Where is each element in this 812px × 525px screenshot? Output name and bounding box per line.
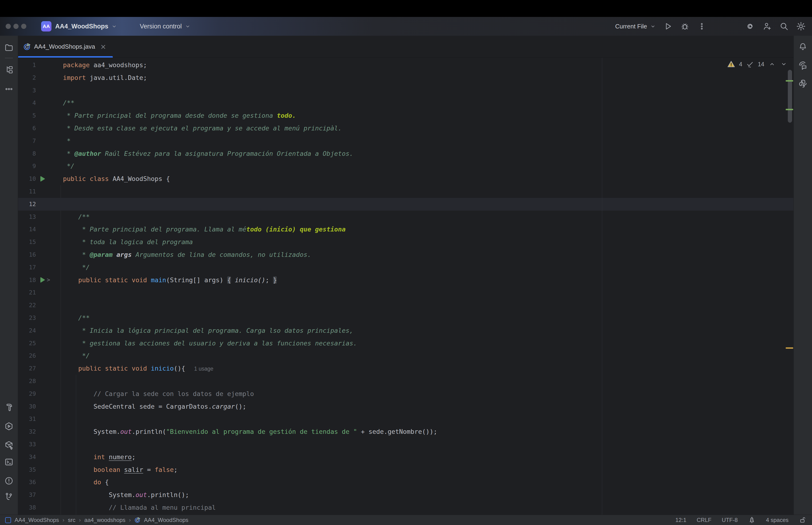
code-editor[interactable]: 1package aa4_woodshops;2import java.util… — [18, 58, 794, 515]
code-line-28[interactable]: 28 — [18, 375, 794, 388]
code-line-18[interactable]: 18> public static void main(String[] arg… — [18, 274, 794, 286]
code-token: inicio() — [235, 276, 265, 284]
tree-icon[interactable] — [748, 516, 756, 524]
run-line-button[interactable] — [39, 276, 46, 283]
code-token: todo. — [277, 112, 296, 119]
code-line-8[interactable]: 8 * @author Raúl Estévez para la asignat… — [18, 147, 794, 160]
project-icon[interactable]: AA — [41, 21, 51, 31]
left-tool-stripe — [0, 36, 18, 515]
code-token: Argumentos de lina de comandos, no utili… — [132, 251, 311, 258]
code-line-31[interactable]: 31 — [18, 412, 794, 425]
python-packages-tool-window-icon[interactable] — [4, 440, 14, 450]
folded-region[interactable]: { — [227, 276, 231, 284]
code-line-6[interactable]: 6 * Desde esta clase se ejecuta el progr… — [18, 122, 794, 135]
tab-aa4-woodshops-java[interactable]: AA4_WoodShops.java × — [18, 36, 113, 58]
code-line-17[interactable]: 17 */ — [18, 261, 794, 274]
code-line-14[interactable]: 14 * Parte principal del programa. Llama… — [18, 223, 794, 236]
code-line-36[interactable]: 36 do { — [18, 476, 794, 489]
code-line-38[interactable]: 38 // Llamada al menu principal — [18, 501, 794, 514]
code-line-32[interactable]: 32 System.out.println("Bienvenido al pro… — [18, 425, 794, 438]
indent-widget[interactable]: 4 spaces — [766, 517, 788, 523]
run-configuration-selector[interactable]: Current File — [615, 23, 656, 30]
next-problem-chevron-icon[interactable] — [780, 60, 788, 68]
code-line-30[interactable]: 30 SedeCentral sede = CargarDatos.cargar… — [18, 400, 794, 413]
code-line-16[interactable]: 16 * @param args Argumentos de lina de c… — [18, 249, 794, 261]
code-line-5[interactable]: 5 * Parte principal del programa desde d… — [18, 109, 794, 122]
code-line-7[interactable]: 7 * — [18, 135, 794, 147]
code-line-11[interactable]: 11 — [18, 185, 794, 198]
code-line-21[interactable]: 21 — [18, 286, 794, 299]
python-console-icon[interactable] — [798, 79, 808, 89]
code-with-me-icon[interactable] — [762, 21, 772, 31]
code-token: SedeCentral sede = CargarDatos. — [63, 403, 212, 410]
git-tool-window-icon[interactable] — [4, 492, 14, 502]
more-tool-windows-icon[interactable] — [4, 84, 14, 94]
search-everywhere-icon[interactable] — [779, 21, 789, 31]
code-token: Raúl Estévez para la asignatura Programa… — [101, 150, 353, 157]
run-button[interactable] — [663, 21, 673, 31]
build-tool-window-icon[interactable] — [4, 403, 14, 412]
settings-gear-icon[interactable] — [796, 21, 806, 31]
code-line-34[interactable]: 34 int numero; — [18, 451, 794, 463]
project-tool-window-icon[interactable] — [4, 43, 14, 52]
debug-button[interactable] — [680, 21, 690, 31]
code-text: do { — [63, 476, 794, 489]
code-line-4[interactable]: 4/** — [18, 96, 794, 109]
code-line-25[interactable]: 25 * gestiona las acciones del usuario y… — [18, 337, 794, 350]
code-line-27[interactable]: 27 public static void inicio(){1 usage — [18, 362, 794, 375]
encoding-widget[interactable]: UTF-8 — [722, 517, 738, 523]
code-line-12[interactable]: 12 — [18, 198, 794, 211]
code-line-10[interactable]: 10public class AA4_WoodShops { — [18, 172, 794, 185]
code-line-9[interactable]: 9 */ — [18, 160, 794, 172]
caret-position-widget[interactable]: 12:1 — [675, 517, 687, 523]
code-text: * Parte principal del programa desde don… — [63, 109, 794, 122]
usages-inlay-hint[interactable]: 1 usage — [194, 366, 213, 372]
gutter — [36, 261, 63, 274]
structure-tool-window-icon[interactable] — [4, 65, 14, 75]
ai-chat-tool-window-icon[interactable] — [798, 61, 808, 71]
code-text: */ — [63, 160, 794, 172]
code-line-3[interactable]: 3 — [18, 84, 794, 97]
code-token: @author — [75, 150, 101, 157]
code-line-37[interactable]: 37 System.out.println(); — [18, 489, 794, 501]
menu-strip — [0, 0, 812, 17]
ai-assistant-icon[interactable] — [745, 21, 755, 31]
unlock-icon[interactable] — [799, 516, 806, 524]
breadcrumb-project[interactable]: AA4_WoodShops — [15, 517, 59, 523]
code-line-1[interactable]: 1package aa4_woodshops; — [18, 59, 794, 72]
code-line-23[interactable]: 23 /** — [18, 312, 794, 324]
code-line-26[interactable]: 26 */ — [18, 349, 794, 362]
editor-scrollbar[interactable] — [788, 70, 792, 123]
editor-tab-bar: AA4_WoodShops.java × — [18, 36, 794, 58]
breadcrumb-package[interactable]: aa4_woodshops — [85, 517, 125, 523]
breadcrumb-src[interactable]: src — [68, 517, 75, 523]
window-close-button[interactable] — [6, 24, 11, 29]
prev-problem-chevron-icon[interactable] — [768, 60, 776, 68]
code-line-24[interactable]: 24 * Inicia la lógica principal del prog… — [18, 324, 794, 337]
run-line-button[interactable] — [39, 175, 46, 182]
services-tool-window-icon[interactable] — [4, 421, 14, 431]
fold-collapsed-icon[interactable]: > — [47, 274, 50, 286]
inspections-widget[interactable]: 4 14 — [727, 60, 788, 68]
line-separator-widget[interactable]: CRLF — [696, 517, 711, 523]
window-minimize-button[interactable] — [13, 24, 18, 29]
code-text: public class AA4_WoodShops { — [63, 172, 794, 185]
problems-tool-window-icon[interactable] — [4, 476, 14, 486]
vcs-widget[interactable]: Version control — [140, 23, 182, 30]
code-line-35[interactable]: 35 boolean salir = false; — [18, 463, 794, 476]
code-line-13[interactable]: 13 /** — [18, 211, 794, 223]
window-zoom-button[interactable] — [21, 24, 26, 29]
more-actions-button[interactable] — [697, 21, 707, 31]
code-line-22[interactable]: 22 — [18, 299, 794, 312]
notifications-bell-icon[interactable] — [798, 42, 808, 52]
code-line-2[interactable]: 2import java.util.Date; — [18, 72, 794, 84]
terminal-tool-window-icon[interactable] — [4, 457, 14, 467]
code-line-29[interactable]: 29 // Cargar la sede con los datos de ej… — [18, 388, 794, 400]
code-line-15[interactable]: 15 * toda la logica del programa — [18, 236, 794, 249]
project-widget[interactable]: AA4_WoodShops — [55, 23, 108, 30]
line-number: 16 — [18, 249, 36, 261]
tab-close-icon[interactable]: × — [100, 43, 106, 51]
code-line-33[interactable]: 33 — [18, 438, 794, 451]
folded-region[interactable]: } — [273, 276, 277, 284]
breadcrumb-class[interactable]: AA4_WoodShops — [144, 517, 188, 523]
